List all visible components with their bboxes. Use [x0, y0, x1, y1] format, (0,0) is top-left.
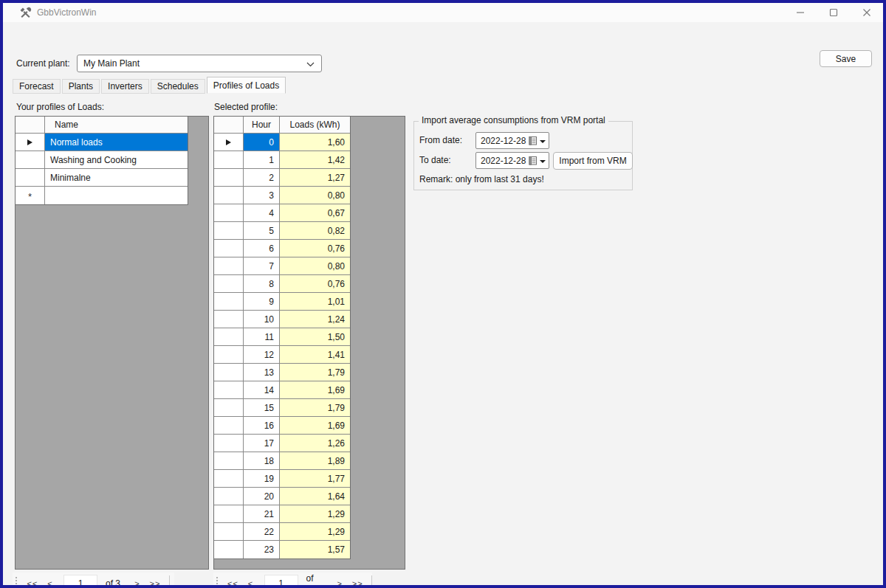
close-button[interactable] — [850, 3, 883, 22]
tab-inverters[interactable]: Inverters — [101, 79, 149, 94]
load-cell[interactable]: 1,57 — [280, 541, 350, 558]
load-cell[interactable]: 1,60 — [280, 134, 350, 151]
profile-name-cell[interactable]: Washing and Cooking — [45, 151, 188, 169]
row-header-cell[interactable] — [214, 187, 244, 204]
hour-cell[interactable]: 15 — [244, 399, 280, 417]
row-header-cell[interactable] — [214, 505, 244, 523]
load-cell[interactable]: 1,77 — [280, 470, 350, 488]
load-cell[interactable]: 1,24 — [280, 311, 350, 328]
prev-page-button[interactable]: < — [242, 575, 260, 588]
row-header-cell[interactable] — [214, 488, 244, 505]
first-page-button[interactable]: << — [24, 575, 41, 588]
hour-cell[interactable]: 22 — [244, 523, 280, 541]
row-header-cell[interactable] — [16, 169, 45, 187]
row-header-cell[interactable] — [214, 364, 244, 381]
hour-cell[interactable]: 23 — [244, 541, 280, 558]
row-header-cell[interactable] — [214, 470, 244, 488]
load-cell[interactable]: 1,50 — [280, 328, 350, 346]
row-header-cell[interactable] — [214, 399, 244, 417]
profile-name-cell[interactable]: Normal loads — [45, 134, 188, 151]
row-header-cell[interactable] — [16, 134, 45, 151]
row-header-cell[interactable] — [214, 346, 244, 364]
corner-header-cell[interactable] — [16, 117, 45, 134]
minimize-button[interactable] — [783, 3, 817, 22]
save-button[interactable]: Save — [820, 50, 872, 67]
load-cell[interactable]: 0,76 — [280, 275, 350, 293]
row-header-cell[interactable] — [214, 541, 244, 558]
hour-cell[interactable]: 1 — [244, 151, 280, 169]
last-page-button[interactable]: >> — [146, 575, 164, 588]
hour-column-header[interactable]: Hour — [244, 117, 280, 134]
hour-cell[interactable]: 4 — [244, 204, 280, 222]
row-header-cell[interactable] — [214, 435, 244, 452]
row-header-cell[interactable] — [214, 169, 244, 187]
dropdown-caret-icon[interactable] — [540, 160, 546, 163]
hour-cell[interactable]: 17 — [244, 435, 280, 452]
page-number-input[interactable] — [63, 575, 97, 588]
row-header-cell[interactable] — [214, 204, 244, 222]
load-cell[interactable]: 1,79 — [280, 399, 350, 417]
load-cell[interactable]: 1,27 — [280, 169, 350, 187]
load-cell[interactable]: 1,64 — [280, 488, 350, 505]
hour-cell[interactable]: 9 — [244, 293, 280, 311]
load-cell[interactable]: 1,89 — [280, 452, 350, 470]
next-page-button[interactable]: > — [331, 575, 348, 588]
from-date-picker[interactable]: 2022-12-28 — [475, 132, 549, 149]
row-header-cell[interactable] — [214, 275, 244, 293]
hour-cell[interactable]: 13 — [244, 364, 280, 381]
load-cell[interactable]: 0,80 — [280, 187, 350, 204]
current-plant-combobox[interactable]: My Main Plant — [77, 55, 322, 72]
to-date-picker[interactable]: 2022-12-28 — [475, 152, 549, 169]
hour-cell[interactable]: 11 — [244, 328, 280, 346]
hour-cell[interactable]: 21 — [244, 505, 280, 523]
load-cell[interactable]: 0,80 — [280, 257, 350, 275]
load-cell[interactable]: 1,41 — [280, 346, 350, 364]
row-header-cell[interactable] — [214, 381, 244, 399]
tab-profiles-of-loads[interactable]: Profiles of Loads — [207, 77, 286, 94]
hour-cell[interactable]: 3 — [244, 187, 280, 204]
row-header-cell[interactable] — [214, 328, 244, 346]
row-header-cell[interactable] — [214, 257, 244, 275]
hour-cell[interactable]: 10 — [244, 311, 280, 328]
hour-cell[interactable]: 18 — [244, 452, 280, 470]
load-cell[interactable]: 1,69 — [280, 381, 350, 399]
row-header-cell[interactable] — [214, 417, 244, 435]
loads-column-header[interactable]: Loads (kWh) — [280, 117, 350, 134]
load-cell[interactable]: 0,82 — [280, 222, 350, 240]
hour-cell[interactable]: 20 — [244, 488, 280, 505]
row-header-cell[interactable] — [214, 151, 244, 169]
tab-plants[interactable]: Plants — [62, 79, 100, 94]
load-cell[interactable]: 1,29 — [280, 523, 350, 541]
maximize-button[interactable] — [817, 3, 850, 22]
hour-cell[interactable]: 5 — [244, 222, 280, 240]
tab-schedules[interactable]: Schedules — [151, 79, 205, 94]
row-header-cell[interactable] — [214, 523, 244, 541]
load-cell[interactable]: 1,42 — [280, 151, 350, 169]
row-header-cell[interactable]: * — [16, 187, 45, 204]
import-from-vrm-button[interactable]: Import from VRM — [553, 152, 633, 170]
tab-forecast[interactable]: Forecast — [13, 79, 61, 94]
hour-cell[interactable]: 6 — [244, 240, 280, 257]
row-header-cell[interactable] — [214, 222, 244, 240]
row-header-cell[interactable] — [214, 293, 244, 311]
first-page-button[interactable]: << — [224, 575, 242, 588]
hour-cell[interactable]: 14 — [244, 381, 280, 399]
row-header-cell[interactable] — [214, 134, 244, 151]
row-header-cell[interactable] — [214, 311, 244, 328]
profile-name-cell[interactable]: Minimalne — [45, 169, 188, 187]
dropdown-caret-icon[interactable] — [540, 140, 546, 143]
next-page-button[interactable]: > — [128, 575, 146, 588]
hour-cell[interactable]: 12 — [244, 346, 280, 364]
hour-cell[interactable]: 16 — [244, 417, 280, 435]
hour-cell[interactable]: 19 — [244, 470, 280, 488]
hour-cell[interactable]: 2 — [244, 169, 280, 187]
hour-cell[interactable]: 7 — [244, 257, 280, 275]
page-number-input[interactable] — [264, 575, 298, 588]
load-cell[interactable]: 1,69 — [280, 417, 350, 435]
load-cell[interactable]: 1,01 — [280, 293, 350, 311]
row-header-cell[interactable] — [214, 452, 244, 470]
load-cell[interactable]: 1,79 — [280, 364, 350, 381]
corner-header-cell[interactable] — [214, 117, 244, 134]
name-column-header[interactable]: Name — [45, 117, 188, 134]
last-page-button[interactable]: >> — [348, 575, 366, 588]
